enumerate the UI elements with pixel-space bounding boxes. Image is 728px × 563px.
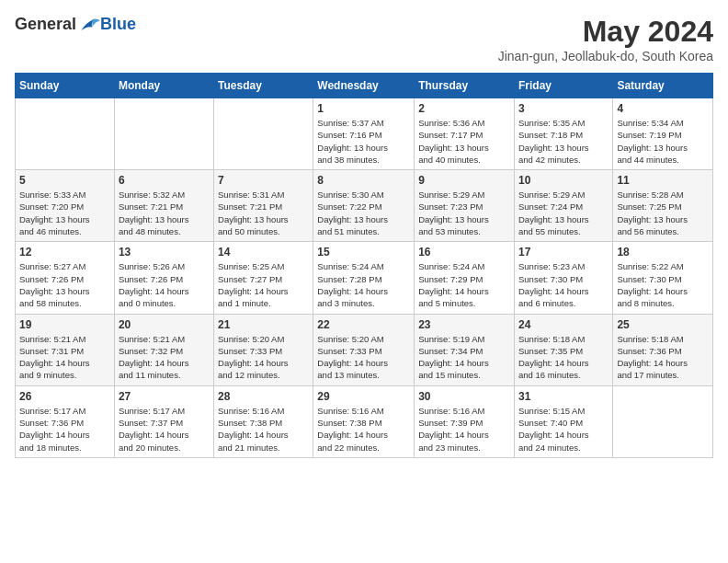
calendar-body: 1Sunrise: 5:37 AM Sunset: 7:16 PM Daylig… <box>16 98 713 458</box>
weekday-header-sunday: Sunday <box>16 74 115 98</box>
day-number: 2 <box>418 102 510 115</box>
day-info: Sunrise: 5:17 AM Sunset: 7:36 PM Dayligh… <box>19 405 110 454</box>
logo-bird-icon <box>78 16 100 34</box>
location: Jinan-gun, Jeollabuk-do, South Korea <box>498 49 713 63</box>
day-number: 9 <box>418 174 510 187</box>
calendar-cell: 26Sunrise: 5:17 AM Sunset: 7:36 PM Dayli… <box>16 385 115 457</box>
day-info: Sunrise: 5:26 AM Sunset: 7:26 PM Dayligh… <box>119 260 210 309</box>
calendar-cell: 28Sunrise: 5:16 AM Sunset: 7:38 PM Dayli… <box>214 385 313 457</box>
day-info: Sunrise: 5:23 AM Sunset: 7:30 PM Dayligh… <box>518 260 609 309</box>
day-number: 5 <box>19 174 110 187</box>
day-info: Sunrise: 5:33 AM Sunset: 7:20 PM Dayligh… <box>19 189 110 237</box>
calendar-cell: 27Sunrise: 5:17 AM Sunset: 7:37 PM Dayli… <box>114 385 213 457</box>
day-info: Sunrise: 5:30 AM Sunset: 7:22 PM Dayligh… <box>317 189 410 237</box>
day-info: Sunrise: 5:22 AM Sunset: 7:30 PM Dayligh… <box>617 260 709 309</box>
calendar-cell: 6Sunrise: 5:32 AM Sunset: 7:21 PM Daylig… <box>114 170 213 242</box>
calendar-cell: 23Sunrise: 5:19 AM Sunset: 7:34 PM Dayli… <box>415 314 515 385</box>
calendar-cell: 10Sunrise: 5:29 AM Sunset: 7:24 PM Dayli… <box>514 170 612 242</box>
weekday-header-row: SundayMondayTuesdayWednesdayThursdayFrid… <box>16 74 713 98</box>
day-number: 25 <box>617 318 709 331</box>
calendar-cell: 3Sunrise: 5:35 AM Sunset: 7:18 PM Daylig… <box>514 98 612 170</box>
calendar-cell: 13Sunrise: 5:26 AM Sunset: 7:26 PM Dayli… <box>114 242 213 314</box>
day-info: Sunrise: 5:16 AM Sunset: 7:38 PM Dayligh… <box>317 405 410 454</box>
day-number: 17 <box>518 246 609 259</box>
day-number: 7 <box>218 174 309 187</box>
calendar-cell: 31Sunrise: 5:15 AM Sunset: 7:40 PM Dayli… <box>514 385 612 457</box>
weekday-header-tuesday: Tuesday <box>214 74 313 98</box>
day-info: Sunrise: 5:24 AM Sunset: 7:28 PM Dayligh… <box>317 260 410 309</box>
day-info: Sunrise: 5:24 AM Sunset: 7:29 PM Dayligh… <box>418 260 510 309</box>
day-info: Sunrise: 5:21 AM Sunset: 7:32 PM Dayligh… <box>119 333 210 382</box>
day-number: 10 <box>518 174 609 187</box>
calendar-cell: 15Sunrise: 5:24 AM Sunset: 7:28 PM Dayli… <box>313 242 415 314</box>
month-year: May 2024 <box>498 15 713 49</box>
day-info: Sunrise: 5:35 AM Sunset: 7:18 PM Dayligh… <box>518 117 609 166</box>
calendar-week-row: 5Sunrise: 5:33 AM Sunset: 7:20 PM Daylig… <box>16 170 713 242</box>
calendar-cell: 22Sunrise: 5:20 AM Sunset: 7:33 PM Dayli… <box>313 314 415 385</box>
logo: General Blue <box>15 15 136 34</box>
calendar-cell <box>16 98 115 170</box>
day-info: Sunrise: 5:15 AM Sunset: 7:40 PM Dayligh… <box>518 405 609 454</box>
day-info: Sunrise: 5:18 AM Sunset: 7:36 PM Dayligh… <box>617 333 709 382</box>
calendar-cell <box>214 98 313 170</box>
page-header: General Blue May 2024 Jinan-gun, Jeollab… <box>15 15 713 63</box>
day-number: 23 <box>418 318 510 331</box>
day-info: Sunrise: 5:16 AM Sunset: 7:38 PM Dayligh… <box>218 405 309 454</box>
day-number: 14 <box>218 246 309 259</box>
day-info: Sunrise: 5:17 AM Sunset: 7:37 PM Dayligh… <box>119 405 210 454</box>
calendar-cell: 12Sunrise: 5:27 AM Sunset: 7:26 PM Dayli… <box>16 242 115 314</box>
day-number: 1 <box>317 102 410 115</box>
calendar-cell: 2Sunrise: 5:36 AM Sunset: 7:17 PM Daylig… <box>415 98 515 170</box>
calendar-cell: 4Sunrise: 5:34 AM Sunset: 7:19 PM Daylig… <box>613 98 713 170</box>
day-number: 18 <box>617 246 709 259</box>
day-info: Sunrise: 5:34 AM Sunset: 7:19 PM Dayligh… <box>617 117 709 166</box>
day-number: 19 <box>19 318 110 331</box>
calendar-cell: 19Sunrise: 5:21 AM Sunset: 7:31 PM Dayli… <box>16 314 115 385</box>
day-info: Sunrise: 5:16 AM Sunset: 7:39 PM Dayligh… <box>418 405 510 454</box>
day-info: Sunrise: 5:29 AM Sunset: 7:23 PM Dayligh… <box>418 189 510 237</box>
calendar-cell: 17Sunrise: 5:23 AM Sunset: 7:30 PM Dayli… <box>514 242 612 314</box>
day-info: Sunrise: 5:31 AM Sunset: 7:21 PM Dayligh… <box>218 189 309 237</box>
calendar-cell: 24Sunrise: 5:18 AM Sunset: 7:35 PM Dayli… <box>514 314 612 385</box>
day-number: 11 <box>617 174 709 187</box>
day-info: Sunrise: 5:27 AM Sunset: 7:26 PM Dayligh… <box>19 260 110 309</box>
day-number: 27 <box>119 390 210 403</box>
day-info: Sunrise: 5:18 AM Sunset: 7:35 PM Dayligh… <box>518 333 609 382</box>
calendar-cell: 18Sunrise: 5:22 AM Sunset: 7:30 PM Dayli… <box>613 242 713 314</box>
title-section: May 2024 Jinan-gun, Jeollabuk-do, South … <box>498 15 713 63</box>
day-info: Sunrise: 5:32 AM Sunset: 7:21 PM Dayligh… <box>119 189 210 237</box>
calendar-cell: 9Sunrise: 5:29 AM Sunset: 7:23 PM Daylig… <box>415 170 515 242</box>
weekday-header-friday: Friday <box>514 74 612 98</box>
weekday-header-saturday: Saturday <box>613 74 713 98</box>
calendar-cell: 8Sunrise: 5:30 AM Sunset: 7:22 PM Daylig… <box>313 170 415 242</box>
logo-general-text: General <box>15 15 76 34</box>
day-number: 12 <box>19 246 110 259</box>
day-info: Sunrise: 5:28 AM Sunset: 7:25 PM Dayligh… <box>617 189 709 237</box>
day-number: 21 <box>218 318 309 331</box>
day-number: 15 <box>317 246 410 259</box>
day-info: Sunrise: 5:37 AM Sunset: 7:16 PM Dayligh… <box>317 117 410 166</box>
day-number: 24 <box>518 318 609 331</box>
day-info: Sunrise: 5:20 AM Sunset: 7:33 PM Dayligh… <box>317 333 410 382</box>
calendar-cell <box>114 98 213 170</box>
calendar-cell: 5Sunrise: 5:33 AM Sunset: 7:20 PM Daylig… <box>16 170 115 242</box>
calendar-week-row: 12Sunrise: 5:27 AM Sunset: 7:26 PM Dayli… <box>16 242 713 314</box>
day-number: 4 <box>617 102 709 115</box>
calendar-cell <box>613 385 713 457</box>
calendar-cell: 7Sunrise: 5:31 AM Sunset: 7:21 PM Daylig… <box>214 170 313 242</box>
weekday-header-monday: Monday <box>114 74 213 98</box>
day-number: 30 <box>418 390 510 403</box>
calendar-cell: 14Sunrise: 5:25 AM Sunset: 7:27 PM Dayli… <box>214 242 313 314</box>
day-number: 22 <box>317 318 410 331</box>
calendar-week-row: 1Sunrise: 5:37 AM Sunset: 7:16 PM Daylig… <box>16 98 713 170</box>
calendar-week-row: 26Sunrise: 5:17 AM Sunset: 7:36 PM Dayli… <box>16 385 713 457</box>
calendar-week-row: 19Sunrise: 5:21 AM Sunset: 7:31 PM Dayli… <box>16 314 713 385</box>
day-number: 16 <box>418 246 510 259</box>
logo-blue-text: Blue <box>100 15 136 34</box>
day-number: 6 <box>119 174 210 187</box>
calendar-cell: 1Sunrise: 5:37 AM Sunset: 7:16 PM Daylig… <box>313 98 415 170</box>
weekday-header-thursday: Thursday <box>415 74 515 98</box>
day-number: 26 <box>19 390 110 403</box>
day-info: Sunrise: 5:29 AM Sunset: 7:24 PM Dayligh… <box>518 189 609 237</box>
day-number: 13 <box>119 246 210 259</box>
